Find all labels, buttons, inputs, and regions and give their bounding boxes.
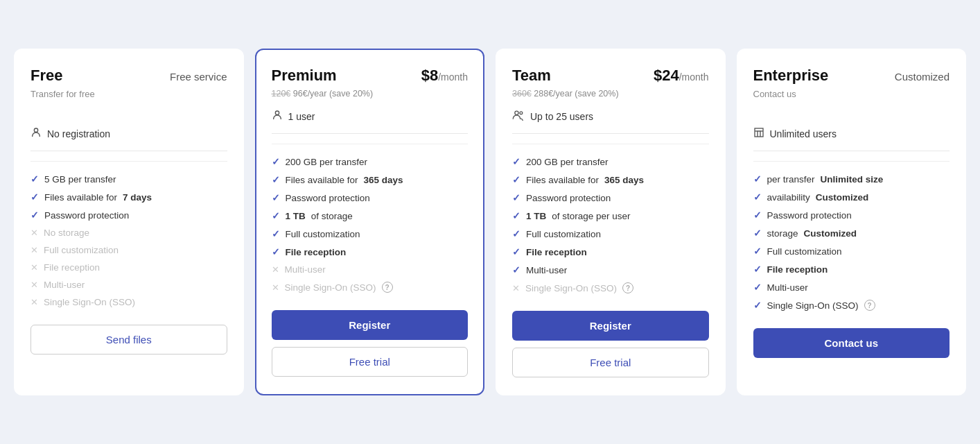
feature-bold: Unlimited size bbox=[821, 174, 884, 185]
feature-item: ✕ Single Sign-On (SSO) ? bbox=[272, 278, 469, 296]
feature-text: Password protection bbox=[44, 210, 129, 221]
users-text-premium: 1 user bbox=[288, 111, 315, 122]
price-period: /month bbox=[679, 71, 709, 83]
feature-text: Password protection bbox=[286, 193, 370, 203]
feature-text: Files available for bbox=[286, 175, 358, 185]
feature-text: Files available for bbox=[526, 175, 599, 185]
feature-item: ✕ Full customization bbox=[30, 241, 227, 259]
feature-item: ✓ Multi-user bbox=[512, 261, 709, 279]
check-icon: ✓ bbox=[753, 210, 762, 221]
plan-yearly-free bbox=[30, 106, 227, 119]
plan-name-enterprise: Enterprise bbox=[753, 67, 829, 85]
feature-text: Multi-user bbox=[44, 280, 85, 290]
feature-text: File reception bbox=[767, 264, 828, 275]
help-icon[interactable]: ? bbox=[622, 282, 633, 293]
plan-subtitle-enterprise: Contact us bbox=[753, 89, 950, 99]
help-icon[interactable]: ? bbox=[864, 300, 875, 311]
btn-outline-free[interactable]: Send files bbox=[30, 325, 227, 355]
plan-name-premium: Premium bbox=[272, 67, 337, 85]
svg-point-0 bbox=[34, 128, 37, 132]
feature-text: 200 GB per transfer bbox=[526, 157, 609, 167]
separator bbox=[30, 161, 227, 162]
features-list-free: ✓ 5 GB per transfer ✓ Files available fo… bbox=[30, 170, 227, 311]
feature-text: Single Sign-On (SSO) bbox=[285, 282, 376, 293]
btn-primary-enterprise[interactable]: Contact us bbox=[753, 328, 950, 358]
feature-item: ✓ 200 GB per transfer bbox=[512, 153, 709, 171]
feature-item: ✓ 5 GB per transfer bbox=[30, 170, 227, 188]
feature-text: Single Sign-On (SSO) bbox=[44, 297, 135, 307]
feature-item: ✓ 200 GB per transfer bbox=[272, 153, 469, 171]
feature-item: ✓ Password protection bbox=[272, 189, 469, 207]
check-icon: ✓ bbox=[272, 156, 280, 167]
feature-text: Multi-user bbox=[526, 265, 567, 275]
check-icon: ✓ bbox=[272, 174, 280, 185]
plan-header-free: FreeFree service bbox=[30, 67, 227, 85]
btn-primary-team[interactable]: Register bbox=[512, 311, 709, 341]
check-icon: ✓ bbox=[753, 264, 762, 275]
check-icon: ✓ bbox=[30, 191, 39, 203]
plan-subtitle-free: Transfer for free bbox=[30, 89, 227, 99]
check-icon: ✓ bbox=[272, 228, 280, 239]
price-period: /month bbox=[438, 71, 468, 83]
check-icon: ✓ bbox=[30, 173, 39, 185]
feature-text: Multi-user bbox=[285, 264, 326, 275]
users-text-team: Up to 25 users bbox=[530, 111, 593, 122]
feature-item: ✓ Multi-user bbox=[753, 278, 950, 296]
feature-item: ✕ No storage bbox=[30, 224, 227, 241]
feature-text: per transfer bbox=[767, 174, 815, 185]
svg-point-2 bbox=[515, 111, 518, 114]
feature-item: ✕ Multi-user bbox=[30, 276, 227, 293]
check-icon: ✓ bbox=[512, 246, 520, 257]
feature-bold: 1 TB bbox=[286, 211, 306, 221]
feature-bold: Customized bbox=[804, 228, 857, 239]
yearly-strikethrough: 360€ bbox=[512, 89, 532, 99]
check-icon: ✓ bbox=[272, 192, 280, 203]
separator bbox=[272, 144, 469, 144]
feature-item: ✓ Full customization bbox=[272, 225, 469, 243]
feature-item: ✕ Single Sign-On (SSO) ? bbox=[512, 279, 709, 297]
plan-yearly-premium: 120€ 96€/year (save 20%) bbox=[272, 89, 469, 101]
price-amount: $24 bbox=[654, 67, 679, 84]
feature-item: ✓ availabilityCustomized bbox=[753, 188, 950, 206]
feature-text: Files available for bbox=[44, 192, 117, 203]
btn-primary-premium[interactable]: Register bbox=[272, 310, 469, 340]
btn-secondary-team[interactable]: Free trial bbox=[512, 348, 709, 377]
btn-secondary-premium[interactable]: Free trial bbox=[272, 347, 469, 377]
yearly-strikethrough: 120€ bbox=[272, 89, 291, 99]
plan-users-enterprise: Unlimited users bbox=[753, 127, 950, 151]
x-icon: ✕ bbox=[30, 262, 38, 273]
plan-price-premium: $8/month bbox=[421, 67, 468, 85]
feature-item: ✓ Password protection bbox=[512, 189, 709, 207]
feature-text: Full customization bbox=[526, 229, 601, 239]
feature-text: Full customization bbox=[767, 246, 842, 257]
feature-text: of storage per user bbox=[552, 211, 630, 221]
plan-header-team: Team $24/month bbox=[512, 67, 709, 85]
plan-header-enterprise: EnterpriseCustomized bbox=[753, 67, 950, 85]
feature-item: ✓ Files available for 365 days bbox=[272, 171, 469, 189]
separator bbox=[753, 161, 950, 162]
feature-item: ✕ Multi-user bbox=[272, 261, 469, 278]
feature-text: Password protection bbox=[767, 210, 852, 221]
feature-text: File reception bbox=[44, 262, 100, 273]
feature-text: Full customization bbox=[44, 245, 119, 255]
feature-item: ✓ per transferUnlimited size bbox=[753, 170, 950, 188]
feature-bold: 365 days bbox=[604, 175, 644, 185]
feature-item: ✓ Files available for 365 days bbox=[512, 171, 709, 189]
check-icon: ✓ bbox=[753, 173, 762, 185]
x-icon: ✕ bbox=[30, 297, 38, 307]
pricing-grid: FreeFree serviceTransfer for free No reg… bbox=[14, 49, 966, 395]
plan-card-free: FreeFree serviceTransfer for free No reg… bbox=[14, 49, 244, 395]
plan-name-team: Team bbox=[512, 67, 551, 85]
plan-yearly-enterprise bbox=[753, 106, 950, 119]
feature-text: File reception bbox=[286, 247, 347, 257]
feature-text: Password protection bbox=[526, 193, 611, 203]
x-icon: ✕ bbox=[272, 264, 279, 275]
feature-item: ✓ Password protection bbox=[753, 206, 950, 224]
feature-item: ✓ File reception bbox=[753, 260, 950, 278]
check-icon: ✓ bbox=[272, 246, 280, 257]
svg-point-3 bbox=[520, 112, 523, 114]
x-icon: ✕ bbox=[30, 245, 38, 255]
check-icon: ✓ bbox=[753, 246, 762, 257]
help-icon[interactable]: ? bbox=[382, 282, 393, 293]
feature-text: Full customization bbox=[286, 229, 360, 239]
